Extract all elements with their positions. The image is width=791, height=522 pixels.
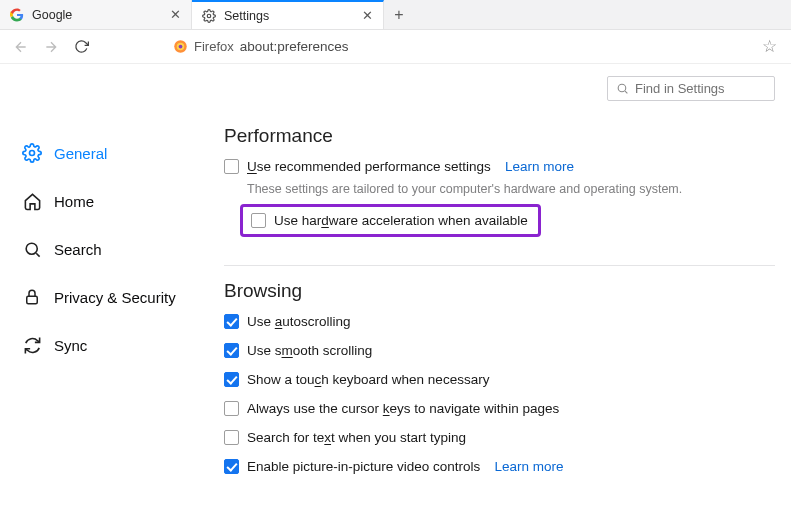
- forward-button[interactable]: [38, 34, 64, 60]
- sync-icon: [22, 335, 42, 355]
- reload-button[interactable]: [68, 34, 94, 60]
- sidebar-item-label: Search: [54, 241, 102, 258]
- performance-title: Performance: [224, 125, 775, 147]
- find-placeholder: Find in Settings: [635, 81, 725, 96]
- pip-learn-more-link[interactable]: Learn more: [494, 459, 563, 474]
- hw-accel-highlight: Use hardware acceleration when available: [240, 204, 541, 237]
- search-text-row: Search for text when you start typing: [224, 430, 775, 445]
- autoscroll-label: Use autoscrolling: [247, 314, 351, 329]
- sidebar-item-search[interactable]: Search: [22, 230, 200, 268]
- find-in-settings-input[interactable]: Find in Settings: [607, 76, 775, 101]
- url-text: about:preferences: [240, 39, 349, 54]
- close-icon[interactable]: ✕: [362, 8, 373, 23]
- tab-label: Google: [32, 8, 162, 22]
- sidebar-item-label: Sync: [54, 337, 87, 354]
- autoscroll-row: Use autoscrolling: [224, 314, 775, 329]
- svg-point-3: [179, 45, 183, 49]
- sidebar-item-label: Home: [54, 193, 94, 210]
- tab-google[interactable]: Google ✕: [0, 0, 192, 29]
- sidebar-item-sync[interactable]: Sync: [22, 326, 200, 364]
- sidebar-item-general[interactable]: General: [22, 134, 200, 172]
- perf-recommended-row: Use recommended performance settings Lea…: [224, 159, 775, 174]
- back-button[interactable]: [8, 34, 34, 60]
- search-text-checkbox[interactable]: [224, 430, 239, 445]
- url-bar[interactable]: Firefox about:preferences ☆: [173, 32, 783, 61]
- touch-keyboard-checkbox[interactable]: [224, 372, 239, 387]
- pip-label: Enable picture-in-picture video controls: [247, 459, 480, 474]
- sidebar-item-label: Privacy & Security: [54, 289, 176, 306]
- gear-icon: [202, 9, 216, 23]
- browsing-title: Browsing: [224, 280, 775, 302]
- cursor-nav-row: Always use the cursor keys to navigate w…: [224, 401, 775, 416]
- hw-accel-checkbox[interactable]: [251, 213, 266, 228]
- svg-point-7: [618, 84, 626, 92]
- smooth-scroll-row: Use smooth scrolling: [224, 343, 775, 358]
- perf-learn-more-link[interactable]: Learn more: [505, 159, 574, 174]
- pip-checkbox[interactable]: [224, 459, 239, 474]
- new-tab-button[interactable]: +: [384, 0, 414, 29]
- search-icon: [616, 82, 629, 95]
- svg-point-5: [26, 243, 37, 254]
- lock-icon: [22, 287, 42, 307]
- identity-box: Firefox: [173, 39, 234, 54]
- sidebar-item-home[interactable]: Home: [22, 182, 200, 220]
- perf-recommended-label: Use recommended performance settings: [247, 159, 491, 174]
- autoscroll-checkbox[interactable]: [224, 314, 239, 329]
- search-icon: [22, 239, 42, 259]
- perf-desc: These settings are tailored to your comp…: [247, 182, 775, 196]
- perf-recommended-checkbox[interactable]: [224, 159, 239, 174]
- hw-accel-label: Use hardware acceleration when available: [274, 213, 528, 228]
- smooth-scroll-checkbox[interactable]: [224, 343, 239, 358]
- sidebar: General Home Search Privacy & Security S…: [0, 64, 200, 522]
- gear-icon: [22, 143, 42, 163]
- sidebar-item-privacy[interactable]: Privacy & Security: [22, 278, 200, 316]
- google-icon: [10, 8, 24, 22]
- search-text-label: Search for text when you start typing: [247, 430, 466, 445]
- pip-row: Enable picture-in-picture video controls…: [224, 459, 775, 474]
- sidebar-item-label: General: [54, 145, 107, 162]
- svg-point-0: [207, 14, 211, 18]
- tab-label: Settings: [224, 9, 354, 23]
- home-icon: [22, 191, 42, 211]
- content-area: General Home Search Privacy & Security S…: [0, 64, 791, 522]
- cursor-nav-label: Always use the cursor keys to navigate w…: [247, 401, 559, 416]
- touch-keyboard-row: Show a touch keyboard when necessary: [224, 372, 775, 387]
- svg-rect-6: [27, 296, 38, 304]
- touch-keyboard-label: Show a touch keyboard when necessary: [247, 372, 489, 387]
- identity-label: Firefox: [194, 39, 234, 54]
- firefox-icon: [173, 39, 188, 54]
- close-icon[interactable]: ✕: [170, 7, 181, 22]
- divider: [224, 265, 775, 266]
- svg-point-4: [30, 151, 35, 156]
- toolbar: Firefox about:preferences ☆: [0, 30, 791, 64]
- tab-settings[interactable]: Settings ✕: [192, 0, 384, 29]
- cursor-nav-checkbox[interactable]: [224, 401, 239, 416]
- main-panel: Find in Settings Performance Use recomme…: [200, 64, 791, 522]
- tab-strip: Google ✕ Settings ✕ +: [0, 0, 791, 30]
- smooth-scroll-label: Use smooth scrolling: [247, 343, 372, 358]
- bookmark-star-icon[interactable]: ☆: [756, 32, 783, 61]
